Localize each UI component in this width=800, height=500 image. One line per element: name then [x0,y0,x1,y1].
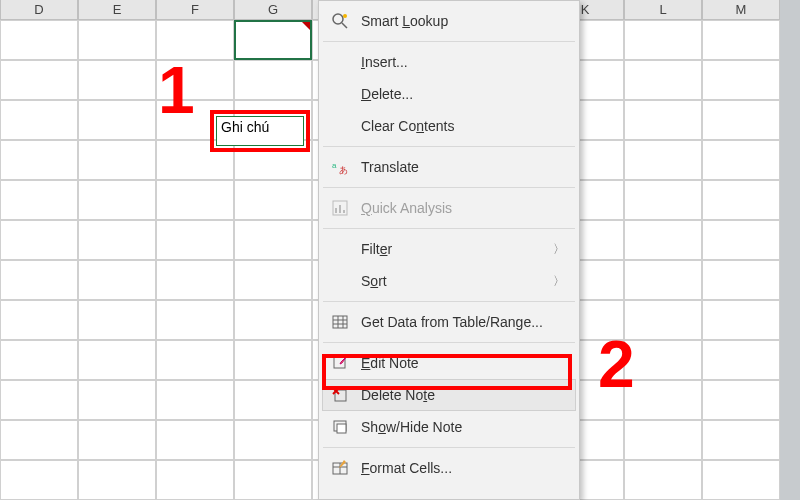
cell[interactable] [234,180,312,220]
cell[interactable] [624,260,702,300]
menu-label: Translate [361,159,565,175]
cell[interactable] [234,420,312,460]
cell[interactable] [78,100,156,140]
cell[interactable] [0,300,78,340]
annotation-number-2: 2 [598,326,635,402]
cell[interactable] [624,140,702,180]
cell[interactable] [702,460,780,500]
cell[interactable] [78,220,156,260]
col-header-G[interactable]: G [234,0,312,20]
cell[interactable] [702,220,780,260]
cell[interactable] [0,460,78,500]
cell[interactable] [702,260,780,300]
cell[interactable] [624,380,702,420]
cell[interactable] [156,420,234,460]
menu-show-hide-note[interactable]: Show/Hide Note [319,411,579,443]
cell[interactable] [702,300,780,340]
cell[interactable] [234,300,312,340]
menu-sort[interactable]: Sort 〉 [319,265,579,297]
cell[interactable] [234,260,312,300]
cell[interactable] [78,60,156,100]
cell[interactable] [702,180,780,220]
menu-quick-analysis: Quick Analysis [319,192,579,224]
cell[interactable] [78,340,156,380]
cell[interactable] [0,420,78,460]
menu-separator [323,146,575,147]
cell[interactable] [78,460,156,500]
menu-filter[interactable]: Filter 〉 [319,233,579,265]
cell[interactable] [0,340,78,380]
menu-smart-lookup[interactable]: Smart Lookup [319,5,579,37]
cell[interactable] [702,60,780,100]
cell[interactable] [702,380,780,420]
cell[interactable] [0,220,78,260]
cell[interactable] [0,100,78,140]
cell[interactable] [624,100,702,140]
col-header-F[interactable]: F [156,0,234,20]
cell[interactable] [78,260,156,300]
cell[interactable] [234,380,312,420]
cell[interactable] [624,20,702,60]
cell[interactable] [156,300,234,340]
cell[interactable] [624,220,702,260]
menu-label: Delete Note [361,387,565,403]
cell[interactable] [234,460,312,500]
cell[interactable] [234,220,312,260]
cell[interactable] [156,140,234,180]
cell[interactable] [0,60,78,100]
menu-get-data[interactable]: Get Data from Table/Range... [319,306,579,338]
cell[interactable] [624,460,702,500]
cell[interactable] [702,140,780,180]
col-header-L[interactable]: L [624,0,702,20]
cell[interactable] [78,180,156,220]
menu-separator [323,447,575,448]
cell[interactable] [234,140,312,180]
cell[interactable] [0,180,78,220]
cell[interactable] [624,340,702,380]
cell[interactable] [624,300,702,340]
cell[interactable] [156,340,234,380]
menu-edit-note[interactable]: Edit Note [319,347,579,379]
menu-translate[interactable]: aあ Translate [319,151,579,183]
cell[interactable] [156,460,234,500]
cell[interactable] [702,100,780,140]
cell[interactable] [78,420,156,460]
cell[interactable] [234,60,312,100]
cell[interactable] [0,260,78,300]
svg-point-0 [333,14,343,24]
cell[interactable] [624,180,702,220]
cell[interactable] [0,140,78,180]
cell[interactable] [0,20,78,60]
cell[interactable] [702,340,780,380]
cell[interactable] [702,420,780,460]
cell[interactable] [156,260,234,300]
svg-rect-19 [337,424,346,433]
cell[interactable] [624,60,702,100]
cell[interactable] [156,180,234,220]
menu-separator [323,342,575,343]
cell[interactable] [156,220,234,260]
cell[interactable] [156,380,234,420]
svg-rect-6 [335,208,337,213]
menu-delete[interactable]: Delete... [319,78,579,110]
menu-label: Sort [361,273,553,289]
menu-label: Insert... [361,54,565,70]
col-header-D[interactable]: D [0,0,78,20]
cell[interactable] [0,380,78,420]
cell[interactable] [624,420,702,460]
cell[interactable] [78,300,156,340]
selected-cell[interactable] [234,20,312,60]
cell[interactable] [234,340,312,380]
col-header-E[interactable]: E [78,0,156,20]
cell[interactable] [702,20,780,60]
cell-note-popup[interactable]: Ghi chú [216,116,304,146]
menu-format-cells[interactable]: Format Cells... [319,452,579,484]
cell[interactable] [78,140,156,180]
col-header-M[interactable]: M [702,0,780,20]
cell[interactable] [78,380,156,420]
menu-clear-contents[interactable]: Clear Contents [319,110,579,142]
menu-insert[interactable]: Insert... [319,46,579,78]
cell[interactable] [78,20,156,60]
chevron-right-icon: 〉 [553,241,565,258]
menu-delete-note[interactable]: Delete Note [322,379,576,411]
